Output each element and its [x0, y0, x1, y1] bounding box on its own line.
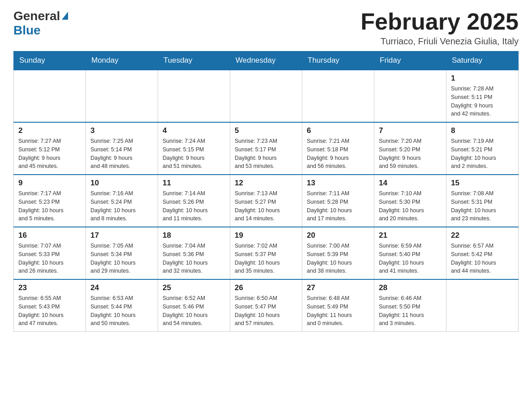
day-info: Sunrise: 7:23 AM Sunset: 5:17 PM Dayligh…	[235, 137, 297, 171]
calendar-header-row: SundayMondayTuesdayWednesdayThursdayFrid…	[14, 51, 519, 70]
day-number: 25	[163, 283, 225, 292]
day-number: 17	[90, 231, 153, 240]
calendar-cell: 6Sunrise: 7:21 AM Sunset: 5:18 PM Daylig…	[302, 122, 374, 175]
day-info: Sunrise: 7:25 AM Sunset: 5:14 PM Dayligh…	[90, 137, 153, 171]
page-header: General Blue February 2025 Turriaco, Fri…	[13, 9, 519, 47]
day-info: Sunrise: 7:20 AM Sunset: 5:20 PM Dayligh…	[379, 137, 442, 171]
week-row-2: 2Sunrise: 7:27 AM Sunset: 5:12 PM Daylig…	[14, 122, 519, 175]
day-number: 19	[235, 231, 297, 240]
calendar-cell: 26Sunrise: 6:50 AM Sunset: 5:47 PM Dayli…	[230, 279, 302, 332]
day-number: 1	[451, 74, 514, 83]
calendar-cell: 25Sunrise: 6:52 AM Sunset: 5:46 PM Dayli…	[158, 279, 230, 332]
logo: General Blue	[13, 9, 68, 38]
day-info: Sunrise: 7:02 AM Sunset: 5:37 PM Dayligh…	[235, 242, 297, 275]
calendar-table: SundayMondayTuesdayWednesdayThursdayFrid…	[13, 51, 519, 332]
day-header-friday: Friday	[374, 51, 446, 70]
week-row-1: 1Sunrise: 7:28 AM Sunset: 5:11 PM Daylig…	[14, 70, 519, 122]
day-header-tuesday: Tuesday	[158, 51, 230, 70]
day-number: 26	[235, 283, 297, 292]
calendar-cell	[86, 70, 158, 122]
day-number: 28	[379, 283, 442, 292]
day-number: 27	[307, 283, 369, 292]
calendar-cell: 3Sunrise: 7:25 AM Sunset: 5:14 PM Daylig…	[86, 122, 158, 175]
day-info: Sunrise: 7:10 AM Sunset: 5:30 PM Dayligh…	[379, 189, 442, 223]
day-header-thursday: Thursday	[302, 51, 374, 70]
day-number: 2	[18, 126, 81, 135]
day-number: 6	[307, 126, 369, 135]
day-info: Sunrise: 7:00 AM Sunset: 5:39 PM Dayligh…	[307, 242, 369, 275]
day-info: Sunrise: 7:16 AM Sunset: 5:24 PM Dayligh…	[90, 189, 153, 223]
week-row-3: 9Sunrise: 7:17 AM Sunset: 5:23 PM Daylig…	[14, 175, 519, 227]
day-info: Sunrise: 7:28 AM Sunset: 5:11 PM Dayligh…	[451, 85, 514, 118]
day-info: Sunrise: 6:55 AM Sunset: 5:43 PM Dayligh…	[18, 294, 81, 328]
day-info: Sunrise: 7:27 AM Sunset: 5:12 PM Dayligh…	[18, 137, 81, 171]
day-number: 7	[379, 126, 442, 135]
calendar-cell: 5Sunrise: 7:23 AM Sunset: 5:17 PM Daylig…	[230, 122, 302, 175]
logo-triangle-icon	[62, 12, 68, 20]
calendar-cell: 15Sunrise: 7:08 AM Sunset: 5:31 PM Dayli…	[446, 175, 519, 227]
day-info: Sunrise: 7:08 AM Sunset: 5:31 PM Dayligh…	[451, 189, 514, 223]
day-number: 13	[307, 179, 369, 188]
day-info: Sunrise: 6:48 AM Sunset: 5:49 PM Dayligh…	[307, 294, 369, 328]
day-info: Sunrise: 6:57 AM Sunset: 5:42 PM Dayligh…	[451, 242, 514, 275]
day-info: Sunrise: 6:52 AM Sunset: 5:46 PM Dayligh…	[163, 294, 225, 328]
day-number: 9	[18, 179, 81, 188]
calendar-title: February 2025	[360, 9, 519, 34]
day-info: Sunrise: 7:14 AM Sunset: 5:26 PM Dayligh…	[163, 189, 225, 223]
calendar-cell: 4Sunrise: 7:24 AM Sunset: 5:15 PM Daylig…	[158, 122, 230, 175]
day-header-monday: Monday	[86, 51, 158, 70]
calendar-cell: 22Sunrise: 6:57 AM Sunset: 5:42 PM Dayli…	[446, 227, 519, 279]
calendar-cell	[374, 70, 446, 122]
day-info: Sunrise: 7:24 AM Sunset: 5:15 PM Dayligh…	[163, 137, 225, 171]
day-number: 20	[307, 231, 369, 240]
day-info: Sunrise: 7:04 AM Sunset: 5:36 PM Dayligh…	[163, 242, 225, 275]
calendar-cell: 2Sunrise: 7:27 AM Sunset: 5:12 PM Daylig…	[14, 122, 86, 175]
calendar-cell: 13Sunrise: 7:11 AM Sunset: 5:28 PM Dayli…	[302, 175, 374, 227]
day-number: 16	[18, 231, 81, 240]
calendar-cell: 10Sunrise: 7:16 AM Sunset: 5:24 PM Dayli…	[86, 175, 158, 227]
day-number: 10	[90, 179, 153, 188]
calendar-cell	[230, 70, 302, 122]
day-number: 4	[163, 126, 225, 135]
day-number: 15	[451, 179, 514, 188]
calendar-cell: 19Sunrise: 7:02 AM Sunset: 5:37 PM Dayli…	[230, 227, 302, 279]
calendar-cell: 16Sunrise: 7:07 AM Sunset: 5:33 PM Dayli…	[14, 227, 86, 279]
day-header-saturday: Saturday	[446, 51, 519, 70]
calendar-subtitle: Turriaco, Friuli Venezia Giulia, Italy	[360, 36, 519, 47]
day-header-sunday: Sunday	[14, 51, 86, 70]
calendar-cell: 14Sunrise: 7:10 AM Sunset: 5:30 PM Dayli…	[374, 175, 446, 227]
day-info: Sunrise: 7:13 AM Sunset: 5:27 PM Dayligh…	[235, 189, 297, 223]
calendar-cell: 27Sunrise: 6:48 AM Sunset: 5:49 PM Dayli…	[302, 279, 374, 332]
day-number: 12	[235, 179, 297, 188]
week-row-5: 23Sunrise: 6:55 AM Sunset: 5:43 PM Dayli…	[14, 279, 519, 332]
day-info: Sunrise: 7:07 AM Sunset: 5:33 PM Dayligh…	[18, 242, 81, 275]
logo-general-text: General	[13, 9, 60, 23]
calendar-cell: 7Sunrise: 7:20 AM Sunset: 5:20 PM Daylig…	[374, 122, 446, 175]
calendar-cell: 24Sunrise: 6:53 AM Sunset: 5:44 PM Dayli…	[86, 279, 158, 332]
day-info: Sunrise: 7:19 AM Sunset: 5:21 PM Dayligh…	[451, 137, 514, 171]
day-number: 23	[18, 283, 81, 292]
calendar-cell	[446, 279, 519, 332]
day-number: 11	[163, 179, 225, 188]
calendar-cell: 17Sunrise: 7:05 AM Sunset: 5:34 PM Dayli…	[86, 227, 158, 279]
day-number: 3	[90, 126, 153, 135]
calendar-cell: 28Sunrise: 6:46 AM Sunset: 5:50 PM Dayli…	[374, 279, 446, 332]
day-number: 18	[163, 231, 225, 240]
week-row-4: 16Sunrise: 7:07 AM Sunset: 5:33 PM Dayli…	[14, 227, 519, 279]
calendar-cell	[302, 70, 374, 122]
day-info: Sunrise: 6:50 AM Sunset: 5:47 PM Dayligh…	[235, 294, 297, 328]
title-block: February 2025 Turriaco, Friuli Venezia G…	[360, 9, 519, 47]
calendar-cell: 21Sunrise: 6:59 AM Sunset: 5:40 PM Dayli…	[374, 227, 446, 279]
logo-blue-text: Blue	[13, 23, 41, 38]
calendar-cell: 9Sunrise: 7:17 AM Sunset: 5:23 PM Daylig…	[14, 175, 86, 227]
calendar-cell: 18Sunrise: 7:04 AM Sunset: 5:36 PM Dayli…	[158, 227, 230, 279]
day-number: 21	[379, 231, 442, 240]
day-info: Sunrise: 6:46 AM Sunset: 5:50 PM Dayligh…	[379, 294, 442, 328]
calendar-cell: 1Sunrise: 7:28 AM Sunset: 5:11 PM Daylig…	[446, 70, 519, 122]
day-info: Sunrise: 6:53 AM Sunset: 5:44 PM Dayligh…	[90, 294, 153, 328]
day-info: Sunrise: 7:21 AM Sunset: 5:18 PM Dayligh…	[307, 137, 369, 171]
day-info: Sunrise: 7:11 AM Sunset: 5:28 PM Dayligh…	[307, 189, 369, 223]
calendar-cell	[158, 70, 230, 122]
day-header-wednesday: Wednesday	[230, 51, 302, 70]
calendar-cell: 20Sunrise: 7:00 AM Sunset: 5:39 PM Dayli…	[302, 227, 374, 279]
